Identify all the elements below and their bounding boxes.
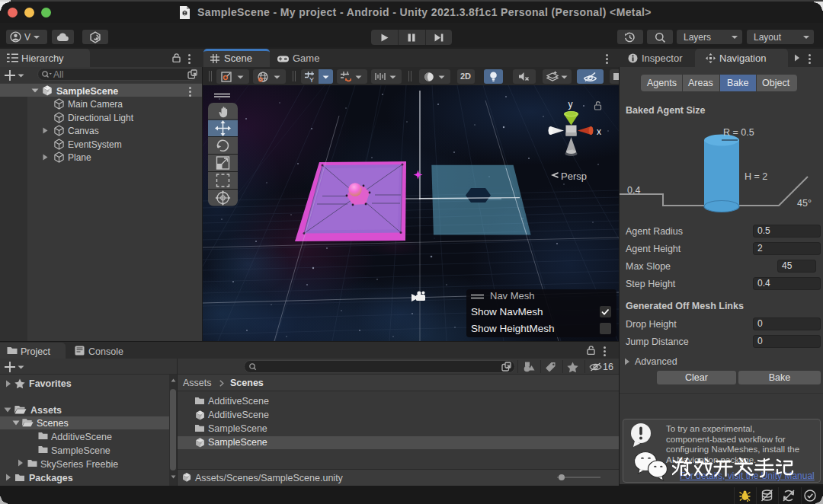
svg-text:Show HeightMesh: Show HeightMesh [471,323,555,334]
svg-text:0.4: 0.4 [627,185,640,196]
svg-text:x: x [597,126,601,137]
svg-text:Nav Mesh: Nav Mesh [490,290,535,301]
svg-text:Show NavMesh: Show NavMesh [471,306,543,317]
svg-text:R = 0.5: R = 0.5 [723,127,754,138]
svg-text:y: y [568,99,573,110]
svg-text:45°: 45° [797,198,812,209]
svg-text:Persp: Persp [561,171,587,182]
svg-text:H = 2: H = 2 [745,171,767,182]
svg-text:Y: Y [309,76,314,83]
